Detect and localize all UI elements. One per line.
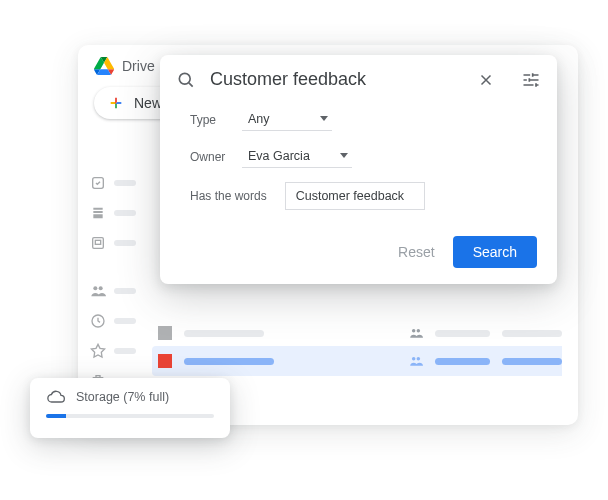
search-icon: [176, 70, 196, 90]
image-icon: [158, 354, 172, 368]
placeholder-bar: [502, 330, 562, 337]
type-value: Any: [248, 112, 270, 126]
owner-value: Eva Garcia: [248, 149, 310, 163]
contact-icon: [158, 326, 172, 340]
close-icon[interactable]: [477, 71, 495, 89]
placeholder-bar: [114, 210, 136, 216]
sidebar-item[interactable]: [90, 175, 136, 191]
owner-label: Owner: [190, 150, 242, 164]
app-title: Drive: [122, 58, 155, 74]
placeholder-bar: [114, 348, 136, 354]
svg-point-3: [93, 286, 97, 290]
type-label: Type: [190, 113, 242, 127]
svg-point-9: [417, 357, 421, 361]
owner-select[interactable]: Eva Garcia: [242, 145, 352, 168]
sidebar-item[interactable]: [90, 235, 136, 251]
new-button-label: New: [134, 95, 162, 111]
chevron-down-icon: [320, 116, 328, 121]
file-list: [158, 320, 562, 376]
search-button[interactable]: Search: [453, 236, 537, 268]
sidebar-item[interactable]: [90, 205, 136, 221]
sidebar-item[interactable]: [90, 313, 136, 329]
svg-point-4: [99, 286, 103, 290]
recent-icon: [90, 313, 106, 329]
shared-icon: [409, 326, 423, 340]
shared-icon: [90, 283, 106, 299]
placeholder-bar: [502, 358, 562, 365]
has-the-words-label: Has the words: [190, 189, 267, 203]
shared-icon: [409, 354, 423, 368]
chevron-down-icon: [340, 153, 348, 158]
file-row[interactable]: [158, 320, 562, 346]
reset-button[interactable]: Reset: [398, 244, 435, 260]
svg-point-6: [412, 329, 416, 333]
placeholder-bar: [435, 358, 490, 365]
file-row-selected[interactable]: [152, 346, 562, 376]
search-input[interactable]: Customer feedback: [210, 69, 463, 90]
starred-icon: [90, 343, 106, 359]
search-panel: Customer feedback Type Any Owner Eva Gar…: [160, 55, 557, 284]
placeholder-bar: [114, 288, 136, 294]
my-drive-icon: [90, 205, 106, 221]
placeholder-bar: [114, 240, 136, 246]
tune-icon[interactable]: [521, 70, 541, 90]
storage-progress-fill: [46, 414, 66, 418]
placeholder-bar: [184, 330, 264, 337]
filter-type-row: Type Any: [190, 108, 533, 131]
svg-rect-1: [93, 238, 104, 249]
placeholder-bar: [435, 330, 490, 337]
search-header: Customer feedback: [160, 55, 557, 104]
search-filters: Type Any Owner Eva Garcia Has the words …: [160, 104, 557, 236]
drive-logo-icon: [94, 57, 114, 75]
storage-top: Storage (7% full): [46, 390, 214, 404]
filter-owner-row: Owner Eva Garcia: [190, 145, 533, 168]
has-the-words-input[interactable]: Customer feedback: [285, 182, 425, 210]
cloud-icon: [46, 390, 66, 404]
storage-progress-track: [46, 414, 214, 418]
plus-icon: [108, 95, 124, 111]
sidebar: [88, 175, 138, 389]
svg-point-8: [412, 357, 416, 361]
storage-label: Storage (7% full): [76, 390, 169, 404]
filter-htw-row: Has the words Customer feedback: [190, 182, 533, 210]
placeholder-bar: [114, 180, 136, 186]
svg-point-7: [417, 329, 421, 333]
type-select[interactable]: Any: [242, 108, 332, 131]
computers-icon: [90, 235, 106, 251]
placeholder-bar: [114, 318, 136, 324]
svg-rect-2: [95, 240, 100, 244]
sidebar-item[interactable]: [90, 283, 136, 299]
placeholder-bar: [184, 358, 274, 365]
search-actions: Reset Search: [160, 236, 557, 268]
priority-icon: [90, 175, 106, 191]
storage-card[interactable]: Storage (7% full): [30, 378, 230, 438]
sidebar-item[interactable]: [90, 343, 136, 359]
svg-point-10: [179, 73, 190, 84]
